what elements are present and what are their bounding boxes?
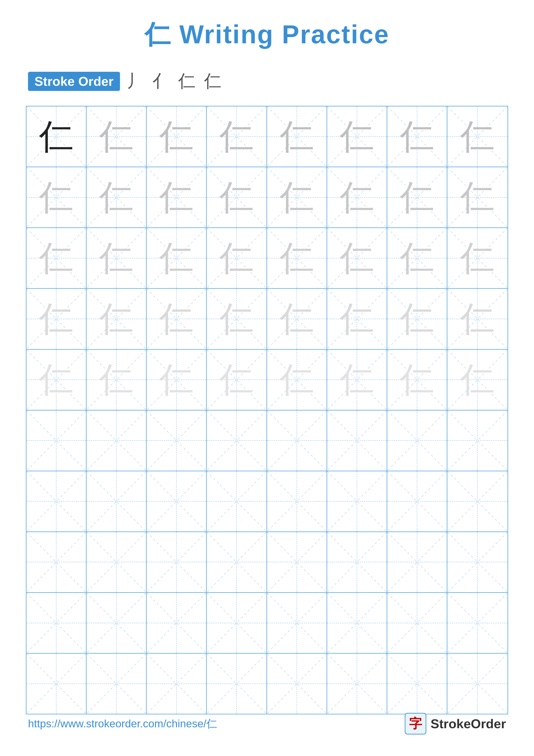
empty-row-2[interactable] — [27, 471, 507, 532]
empty-cell-r1-c8[interactable] — [447, 411, 507, 471]
empty-cell-r5-c4[interactable] — [207, 654, 267, 714]
grid-cell-r2-c3: 仁 — [147, 167, 207, 228]
empty-cell-r4-c7[interactable] — [387, 593, 447, 653]
svg-line-127 — [447, 532, 507, 592]
empty-cell-r3-c5[interactable] — [267, 532, 327, 592]
svg-line-99 — [87, 471, 146, 531]
footer-url: https://www.strokeorder.com/chinese/仁 — [28, 716, 217, 731]
empty-cell-r3-c7[interactable] — [387, 532, 447, 592]
practice-row-3: 仁 仁 仁 仁 仁 仁 仁 仁 — [27, 228, 507, 289]
grid-cell-r1-c5: 仁 — [267, 106, 327, 167]
empty-cell-r1-c3[interactable] — [147, 411, 207, 471]
grid-cell-r1-c2: 仁 — [87, 106, 147, 167]
svg-line-137 — [267, 593, 327, 653]
empty-row-5[interactable] — [27, 654, 507, 714]
svg-line-108 — [387, 471, 447, 531]
grid-cell-r3-c6: 仁 — [327, 228, 387, 288]
svg-line-142 — [447, 593, 507, 653]
grid-cell-r5-c6: 仁 — [327, 350, 387, 410]
empty-row-1[interactable] — [27, 411, 507, 471]
page-title: 仁 Writing Practice — [0, 0, 534, 52]
empty-cell-r4-c4[interactable] — [207, 593, 267, 653]
grid-cell-r3-c2: 仁 — [87, 228, 147, 288]
svg-line-85 — [147, 411, 206, 471]
stroke-step-1: 丿 — [126, 69, 144, 93]
empty-cell-r2-c7[interactable] — [387, 471, 447, 531]
grid-cell-r2-c4: 仁 — [207, 167, 267, 228]
empty-cell-r1-c2[interactable] — [87, 411, 147, 471]
empty-cell-r4-c1[interactable] — [27, 593, 87, 653]
svg-line-126 — [447, 532, 507, 592]
svg-line-125 — [387, 532, 447, 592]
svg-line-123 — [327, 532, 387, 592]
empty-cell-r1-c1[interactable] — [27, 411, 87, 471]
svg-line-153 — [267, 654, 327, 714]
svg-line-139 — [327, 593, 387, 653]
grid-cell-r1-c7: 仁 — [387, 106, 447, 167]
svg-line-145 — [27, 654, 86, 714]
empty-cell-r2-c3[interactable] — [147, 471, 207, 531]
empty-cell-r4-c8[interactable] — [447, 593, 507, 653]
stroke-step-3: 仁 — [178, 69, 195, 93]
grid-cell-r2-c2: 仁 — [87, 167, 147, 228]
grid-cell-r4-c2: 仁 — [87, 289, 147, 349]
svg-line-103 — [207, 471, 266, 531]
svg-line-132 — [147, 593, 206, 653]
svg-line-104 — [267, 471, 327, 531]
grid-cell-r5-c1: 仁 — [27, 350, 87, 410]
empty-cell-r2-c2[interactable] — [87, 471, 147, 531]
svg-line-111 — [447, 471, 507, 531]
grid-cell-r4-c1: 仁 — [27, 289, 87, 349]
empty-cell-r1-c5[interactable] — [267, 411, 327, 471]
empty-cell-r3-c2[interactable] — [87, 532, 147, 592]
empty-cell-r5-c8[interactable] — [447, 654, 507, 714]
empty-cell-r3-c6[interactable] — [327, 532, 387, 592]
stroke-order-section: Stroke Order 丿 亻 仁 仁 — [28, 69, 534, 93]
empty-cell-r2-c1[interactable] — [27, 471, 87, 531]
stroke-order-steps: 丿 亻 仁 仁 — [126, 69, 221, 93]
empty-cell-r5-c7[interactable] — [387, 654, 447, 714]
svg-line-113 — [27, 532, 86, 592]
empty-cell-r3-c8[interactable] — [447, 532, 507, 592]
title-character: 仁 Writing Practice — [144, 20, 390, 49]
empty-cell-r5-c2[interactable] — [87, 654, 147, 714]
svg-line-119 — [207, 532, 266, 592]
svg-line-150 — [207, 654, 266, 714]
empty-cell-r4-c2[interactable] — [87, 593, 147, 653]
svg-line-84 — [147, 411, 206, 471]
svg-line-144 — [27, 654, 86, 714]
grid-cell-r2-c6: 仁 — [327, 167, 387, 228]
empty-cell-r5-c5[interactable] — [267, 654, 327, 714]
svg-line-112 — [27, 532, 86, 592]
empty-cell-r1-c4[interactable] — [207, 411, 267, 471]
empty-cell-r3-c1[interactable] — [27, 532, 87, 592]
empty-cell-r1-c6[interactable] — [327, 411, 387, 471]
empty-cell-r4-c5[interactable] — [267, 593, 327, 653]
empty-cell-r2-c8[interactable] — [447, 471, 507, 531]
footer-logo: 字 StrokeOrder — [405, 713, 506, 735]
grid-cell-r4-c5: 仁 — [267, 289, 327, 349]
grid-cell-r1-c3: 仁 — [147, 106, 207, 167]
empty-row-3[interactable] — [27, 532, 507, 593]
empty-cell-r2-c5[interactable] — [267, 471, 327, 531]
stroke-order-badge: Stroke Order — [28, 72, 120, 91]
empty-cell-r2-c6[interactable] — [327, 471, 387, 531]
svg-line-134 — [207, 593, 266, 653]
grid-cell-r4-c6: 仁 — [327, 289, 387, 349]
empty-cell-r1-c7[interactable] — [387, 411, 447, 471]
empty-cell-r5-c1[interactable] — [27, 654, 87, 714]
svg-line-89 — [267, 411, 327, 471]
svg-line-101 — [147, 471, 206, 531]
empty-cell-r3-c4[interactable] — [207, 532, 267, 592]
svg-line-88 — [267, 411, 327, 471]
empty-cell-r5-c3[interactable] — [147, 654, 207, 714]
empty-cell-r4-c3[interactable] — [147, 593, 207, 653]
empty-cell-r3-c3[interactable] — [147, 532, 207, 592]
empty-cell-r2-c4[interactable] — [207, 471, 267, 531]
empty-cell-r4-c6[interactable] — [327, 593, 387, 653]
grid-cell-r3-c5: 仁 — [267, 228, 327, 288]
practice-row-1: 仁 仁 仁 仁 仁 仁 仁 仁 — [27, 106, 507, 167]
empty-row-4[interactable] — [27, 593, 507, 654]
empty-cell-r5-c6[interactable] — [327, 654, 387, 714]
grid-cell-r1-c8: 仁 — [447, 106, 507, 167]
